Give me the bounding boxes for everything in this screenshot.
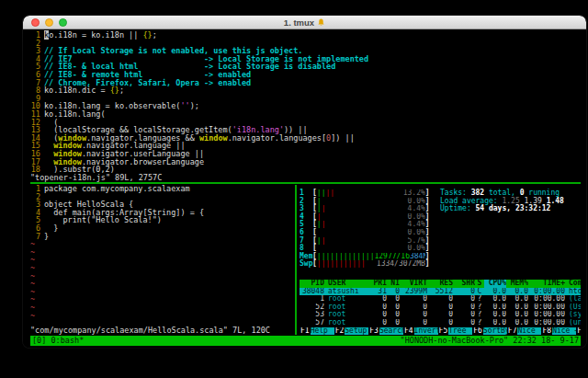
process-row[interactable]: 52root00000?0.00.00:00.00(UserEventA (300, 304, 581, 312)
meter-value: 0.0% (408, 229, 425, 237)
column-header[interactable]: VIRT (400, 280, 427, 288)
fkey-number: F8 (541, 327, 552, 336)
cpu-meter: 4[|0.0%] (300, 213, 435, 222)
meter-bar-red: ||||||||||| (317, 260, 366, 269)
meter-value: 5.7% (408, 237, 425, 246)
code-line: 6 } (30, 224, 295, 233)
fkey-button[interactable]: F3Search (368, 327, 403, 336)
cpu-meter: 8[0.0%] (300, 245, 435, 253)
fkey-number: F5 (438, 327, 449, 336)
fkey-label: Help (311, 327, 334, 336)
window-titlebar[interactable]: 1. tmux (23, 16, 586, 29)
vim-tilde: ~ (30, 256, 295, 264)
meter-value: 0.0% (408, 198, 425, 206)
column-header[interactable]: USER (324, 280, 370, 288)
swap-meter: Swp[|||||||||||1334/3072MB] (300, 260, 435, 269)
fkey-button[interactable]: F2Setup (334, 327, 369, 336)
vim-scala-statusline: "com/mycompany/scalaexam/HelloScala.scal… (30, 326, 295, 335)
fkey-label: SortBy (483, 327, 507, 336)
tmux-session-window-label[interactable]: [0] 0:bash* (32, 336, 84, 346)
process-row[interactable]: 53root00000?0.00.00:00.00(syslogd) (300, 311, 581, 319)
process-row[interactable]: 38048atsushi3102399M55120C0.00.00:00.00h… (300, 288, 581, 296)
memory-meter: Mem[|||||||||||||12977/16384MB] (300, 253, 435, 261)
column-header[interactable]: NI (387, 280, 400, 288)
meter-value: 0.0% (408, 245, 425, 253)
vim-empty-lines: ~~~~~~~~~~ (30, 240, 295, 319)
meter-value: 13.2% (403, 189, 425, 198)
column-header[interactable]: PRI (370, 280, 387, 288)
meter-bar-red: | (317, 213, 322, 222)
fkey-button[interactable]: F6SortBy (472, 327, 507, 336)
fkey-button[interactable]: F8Nice + (541, 327, 576, 336)
close-button[interactable] (31, 18, 40, 27)
fkey-label: Setup (345, 327, 368, 336)
vim-tilde: ~ (30, 295, 295, 304)
meter-value: 384MB (410, 253, 425, 261)
minimize-button[interactable] (45, 18, 53, 27)
fkey-label: Nice - (517, 327, 541, 336)
vim-tilde: ~ (30, 264, 295, 272)
vim-tilde: ~ (30, 304, 295, 312)
vim-js-statusline: "topener-i18n.js" 89L, 2757C (30, 174, 581, 182)
scala-code-lines: 1package com.mycompany.scalaexam23object… (30, 185, 295, 240)
js-code-lines: 1ko.i18n = ko.i18n || {};23// If Local S… (30, 31, 581, 174)
cpu-meter: 5[||4.4%] (300, 221, 435, 229)
fkey-button[interactable]: F7Nice - (507, 327, 542, 336)
code-line: 8ko.i18n.dic = {}; (30, 86, 581, 95)
column-header[interactable]: Command (565, 280, 581, 288)
meter-label: Swp (300, 260, 312, 269)
zoom-button[interactable] (59, 18, 67, 27)
tmux-hostname-clock: "HONODH-no-MacBook-Pro" 22:32 18- 9-17 (401, 336, 579, 346)
fkey-label: Invert (414, 327, 438, 336)
column-header[interactable]: RES (427, 280, 453, 288)
window-title-text: 1. tmux (284, 17, 314, 28)
htop-pane[interactable]: 1[||||13.2%]2[|0.0%]3[||4.4%]4[|0.0%]5[|… (297, 185, 581, 335)
cpu-memory-meters: 1[||||13.2%]2[|0.0%]3[||4.4%]4[|0.0%]5[|… (300, 189, 435, 269)
column-header[interactable]: SHR (453, 280, 475, 288)
cpu-meter: 2[|0.0%] (300, 198, 435, 206)
fkey-label: Nice + (552, 327, 576, 336)
meter-value: 0.0% (408, 213, 425, 222)
tmux-status-bar: [0] 0:bash* "HONODH-no-MacBook-Pro" 22:3… (30, 336, 581, 346)
fkey-button[interactable]: F1Help (300, 327, 334, 336)
meter-value: 4.4% (408, 221, 425, 229)
fkey-button[interactable]: F4Invert (403, 327, 438, 336)
column-header[interactable]: S (475, 280, 484, 288)
process-row[interactable]: 57root00000?0.00.00:00.00(uninstalld (300, 319, 581, 327)
uptime-summary: Uptime: 54 days, 23:32:12 (440, 205, 581, 213)
fkey-number: F2 (334, 327, 345, 336)
meter-value: 4.4% (408, 205, 425, 213)
process-row[interactable]: 1root00000?0.00.00:00.00(launchd) (300, 295, 581, 304)
column-header[interactable]: CPU% (484, 280, 506, 288)
fkey-button[interactable]: F5Tree (438, 327, 473, 336)
column-header[interactable]: TIME+ (528, 280, 565, 288)
code-line: 10ko.i18n.lang = ko.observable(''); (30, 102, 581, 110)
meter-bar-red: | (322, 205, 326, 213)
vim-scala-pane[interactable]: 1package com.mycompany.scalaexam23object… (30, 185, 295, 335)
meter-bar-red: | (322, 221, 326, 229)
fkey-number: F1 (300, 327, 311, 336)
cpu-meter: 7[||5.7%] (300, 237, 435, 246)
fkey-number: F9 (576, 327, 581, 336)
process-table: PIDUSERPRINIVIRTRESSHRSCPU%MEM%TIME+Comm… (300, 280, 581, 327)
fkey-number: F3 (368, 327, 379, 336)
fkey-number: F4 (403, 327, 414, 336)
htop-summary: Tasks: 382 total, 0 runningLoad average:… (435, 189, 581, 269)
code-line: 7} (30, 233, 295, 241)
column-header[interactable]: PID (300, 280, 324, 288)
fkey-button[interactable]: F9Kill (576, 327, 581, 336)
cpu-meter: 3[||4.4%] (300, 205, 435, 213)
fkey-label: Tree (448, 327, 472, 336)
terminal-content: 1ko.i18n = ko.i18n || {};23// If Local S… (23, 29, 586, 348)
meter-value: 12977/16 (374, 253, 410, 261)
bell-icon (317, 18, 325, 27)
cpu-meter: 6[0.0%] (300, 229, 435, 237)
meter-bar-red: || (325, 189, 334, 198)
htop-function-key-bar: F1HelpF2SetupF3SearchF4InvertF5TreeF6Sor… (300, 327, 581, 336)
vim-tilde: ~ (30, 272, 295, 281)
window-title: 1. tmux (23, 17, 586, 28)
vim-js-pane[interactable]: 1ko.i18n = ko.i18n || {};23// If Local S… (30, 31, 581, 181)
column-header[interactable]: MEM% (506, 280, 528, 288)
vim-tilde: ~ (30, 312, 295, 320)
traffic-lights (31, 16, 67, 29)
